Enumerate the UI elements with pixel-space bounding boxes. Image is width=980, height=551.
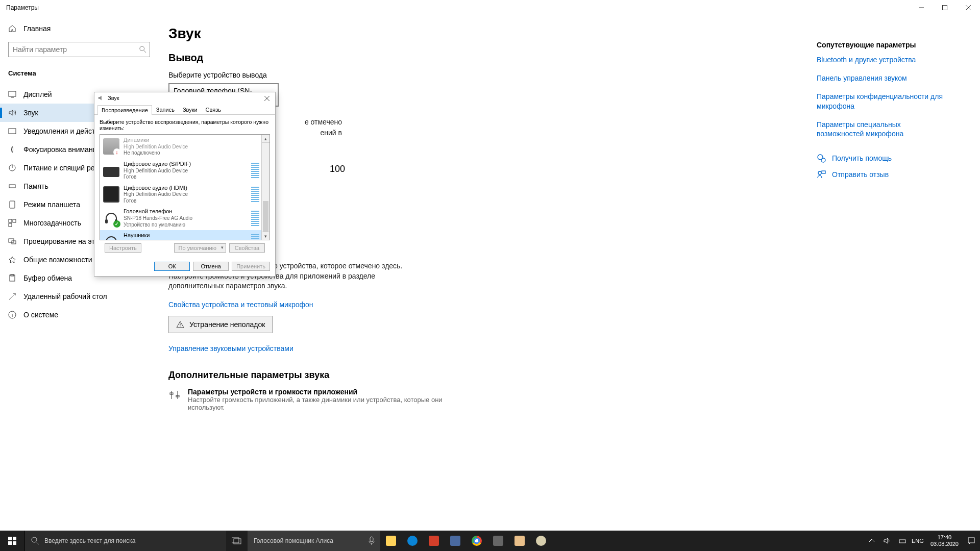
- tray-overflow[interactable]: [866, 531, 877, 551]
- svg-rect-45: [8, 541, 12, 545]
- device-row-speakers[interactable]: Динамики High Definition Audio Device Не…: [100, 135, 270, 159]
- device-sub: High Definition Audio Device: [124, 144, 266, 151]
- rail-link-mic-privacy[interactable]: Параметры конфиденциальности для микрофо…: [817, 92, 949, 110]
- info-icon: [8, 311, 16, 319]
- tab-sounds[interactable]: Звуки: [179, 105, 202, 114]
- feedback-link[interactable]: Отправить отзыв: [817, 170, 949, 179]
- sidebar-item-label: Общие возможности: [23, 256, 92, 264]
- folder-icon: [386, 536, 396, 546]
- taskbar-search-text: Введите здесь текст для поиска: [44, 537, 135, 544]
- properties-button[interactable]: Свойства: [229, 243, 265, 253]
- apply-button[interactable]: Применить: [232, 262, 270, 271]
- home-button[interactable]: Главная: [0, 20, 158, 37]
- minimize-button[interactable]: [910, 0, 933, 15]
- taskbar-settings[interactable]: [487, 531, 509, 551]
- get-help-link[interactable]: Получить помощь: [817, 154, 949, 163]
- scroll-down[interactable]: ▾: [262, 232, 270, 240]
- rail-link-mic-access[interactable]: Параметры специальных возможностей микро…: [817, 120, 949, 138]
- sidebar-section: Система: [0, 64, 158, 85]
- cancel-button[interactable]: Отмена: [193, 262, 229, 271]
- sidebar-search[interactable]: [8, 42, 150, 57]
- tab-recording[interactable]: Запись: [152, 105, 179, 114]
- home-label: Главная: [23, 24, 51, 33]
- dialog-instruction: Выберите устройство воспроизведения, пар…: [100, 119, 270, 131]
- app-volume-row[interactable]: Параметры устройств и громкости приложен…: [168, 388, 960, 411]
- headphones-device-icon: [103, 234, 119, 240]
- configure-button[interactable]: Настроить: [105, 243, 141, 253]
- scroll-thumb[interactable]: [263, 201, 268, 232]
- taskbar-explorer[interactable]: [380, 531, 402, 551]
- sidebar-item-about[interactable]: О системе: [0, 306, 158, 324]
- sidebar-item-label: Память: [23, 182, 48, 190]
- dialog-close-button[interactable]: [260, 93, 274, 104]
- tray-time: 17:40: [930, 534, 959, 541]
- sidebar-item-label: Многозадачность: [23, 219, 81, 227]
- taskbar-search[interactable]: Введите здесь текст для поиска: [24, 531, 226, 551]
- svg-rect-1: [943, 6, 947, 10]
- tray-notifications[interactable]: [966, 531, 977, 551]
- devices-scrollbar[interactable]: ▴ ▾: [261, 135, 270, 240]
- svg-rect-15: [9, 223, 12, 227]
- svg-point-28: [180, 326, 181, 327]
- rail-link-sound-panel[interactable]: Панель управления звуком: [817, 73, 949, 83]
- tray-language[interactable]: ENG: [912, 531, 923, 551]
- taskbar-paint[interactable]: [509, 531, 530, 551]
- spdif-device-icon: [103, 167, 119, 177]
- taskbar-app2[interactable]: [530, 531, 552, 551]
- svg-rect-46: [13, 541, 16, 545]
- tray-clock[interactable]: 17:40 03.08.2020: [927, 534, 962, 547]
- device-properties-link[interactable]: Свойства устройства и тестовый микрофон: [168, 300, 313, 309]
- taskbar-edge[interactable]: [402, 531, 423, 551]
- speaker-device-icon: [103, 138, 119, 155]
- device-row-headset[interactable]: Головной телефон SN-P18 Hands-Free AG Au…: [100, 206, 270, 230]
- level-meter: [251, 163, 259, 178]
- sidebar-item-remote[interactable]: Удаленный рабочий стол: [0, 287, 158, 306]
- manage-devices-link[interactable]: Управление звуковыми устройствами: [168, 344, 293, 353]
- focus-icon: [8, 145, 16, 154]
- clipboard-icon: [8, 274, 16, 282]
- svg-rect-53: [968, 538, 974, 543]
- device-row-spdif[interactable]: Цифровое аудио (S/PDIF) High Definition …: [100, 159, 270, 183]
- device-row-hdmi[interactable]: Цифровое аудио (HDMI) High Definition Au…: [100, 183, 270, 207]
- paint-icon: [514, 536, 525, 546]
- device-status: Не подключено: [124, 150, 266, 157]
- task-view-button[interactable]: [226, 531, 248, 551]
- sidebar-item-label: Удаленный рабочий стол: [23, 292, 107, 300]
- shield-icon: [429, 536, 439, 546]
- taskbar-app1[interactable]: [445, 531, 466, 551]
- sound-dialog: Звук Воспроизведение Запись Звуки Связь …: [94, 92, 276, 277]
- partial-text: е отмечено: [305, 118, 342, 126]
- rail-link-bluetooth[interactable]: Bluetooth и другие устройства: [817, 55, 949, 64]
- mic-icon[interactable]: [368, 536, 375, 545]
- scroll-up[interactable]: ▴: [262, 135, 270, 143]
- close-button[interactable]: [957, 0, 980, 15]
- device-row-headphones[interactable]: Наушники SN-P18 Stereo Готов: [100, 230, 270, 240]
- device-status: Готов: [124, 198, 247, 205]
- device-list[interactable]: Динамики High Definition Audio Device Не…: [100, 134, 270, 240]
- assistant-box[interactable]: Голосовой помощник Алиса: [248, 531, 380, 551]
- feedback-icon: [817, 170, 826, 179]
- svg-rect-8: [9, 129, 16, 134]
- taskbar-chrome[interactable]: [466, 531, 487, 551]
- device-status: Готов: [124, 174, 247, 181]
- sidebar-item-label: Режим планшета: [23, 201, 80, 209]
- device-title: Динамики: [124, 137, 266, 144]
- maximize-button[interactable]: [933, 0, 957, 15]
- tablet-icon: [8, 201, 16, 209]
- tab-playback[interactable]: Воспроизведение: [97, 105, 152, 115]
- set-default-button[interactable]: По умолчанию: [174, 243, 226, 253]
- ok-button[interactable]: ОК: [154, 262, 190, 271]
- troubleshoot-button[interactable]: Устранение неполадок: [168, 316, 273, 333]
- start-button[interactable]: [0, 531, 24, 551]
- advanced-title: Дополнительные параметры звука: [168, 370, 960, 381]
- device-status: Устройство по умолчанию: [124, 222, 247, 229]
- taskbar-security[interactable]: [423, 531, 445, 551]
- tray-volume[interactable]: [881, 531, 893, 551]
- svg-line-20: [9, 296, 12, 299]
- tray-network[interactable]: [897, 531, 908, 551]
- search-input[interactable]: [9, 45, 150, 54]
- tab-comm[interactable]: Связь: [202, 105, 225, 114]
- multitask-icon: [8, 219, 16, 227]
- svg-point-47: [32, 537, 37, 542]
- window-title: Параметры: [6, 4, 39, 11]
